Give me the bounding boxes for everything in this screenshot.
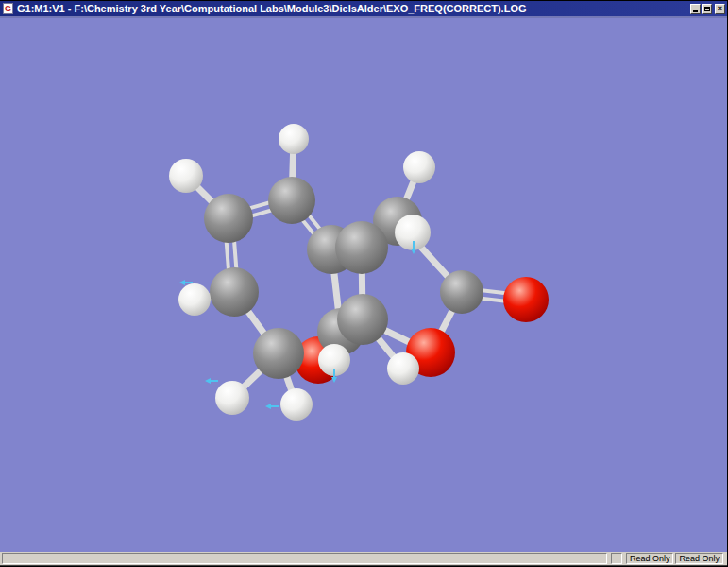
minimize-icon xyxy=(693,10,698,12)
window-controls: × xyxy=(690,4,725,14)
displacement-vector-icon xyxy=(265,404,279,409)
read-only-badge-2: Read Only xyxy=(675,553,723,564)
carbon-atom[interactable] xyxy=(337,294,388,345)
status-bar: Read Only Read Only xyxy=(0,552,727,566)
hydrogen-atom[interactable] xyxy=(280,388,313,421)
close-icon: × xyxy=(718,5,722,13)
application-window: G G1:M1:V1 - F:\Chemistry 3rd Year\Compu… xyxy=(0,0,728,567)
hydrogen-atom[interactable] xyxy=(169,159,203,193)
app-icon: G xyxy=(3,3,13,14)
carbon-atom[interactable] xyxy=(335,221,388,274)
status-message-panel xyxy=(2,553,607,564)
restore-button[interactable] xyxy=(702,4,712,14)
title-bar[interactable]: G G1:M1:V1 - F:\Chemistry 3rd Year\Compu… xyxy=(0,1,727,16)
status-sliver-panel xyxy=(611,553,622,564)
close-button[interactable]: × xyxy=(715,4,725,14)
minimize-button[interactable] xyxy=(690,4,701,14)
hydrogen-atom[interactable] xyxy=(403,151,435,183)
carbon-atom[interactable] xyxy=(268,177,315,224)
carbon-atom[interactable] xyxy=(210,267,259,317)
molecule-viewport[interactable] xyxy=(0,18,727,552)
window-title: G1:M1:V1 - F:\Chemistry 3rd Year\Computa… xyxy=(17,3,686,14)
hydrogen-atom[interactable] xyxy=(279,124,309,154)
hydrogen-atom[interactable] xyxy=(215,381,249,415)
molecule-render[interactable] xyxy=(0,18,727,552)
carbon-atom[interactable] xyxy=(440,270,483,314)
oxygen-atom[interactable] xyxy=(503,277,549,322)
hydrogen-atom[interactable] xyxy=(387,352,419,385)
hydrogen-atom[interactable] xyxy=(178,284,211,316)
restore-icon xyxy=(704,7,710,11)
displacement-vector-icon xyxy=(205,378,218,384)
read-only-badge-1: Read Only xyxy=(626,553,674,564)
carbon-atom[interactable] xyxy=(204,194,253,243)
carbon-atom[interactable] xyxy=(253,328,304,379)
